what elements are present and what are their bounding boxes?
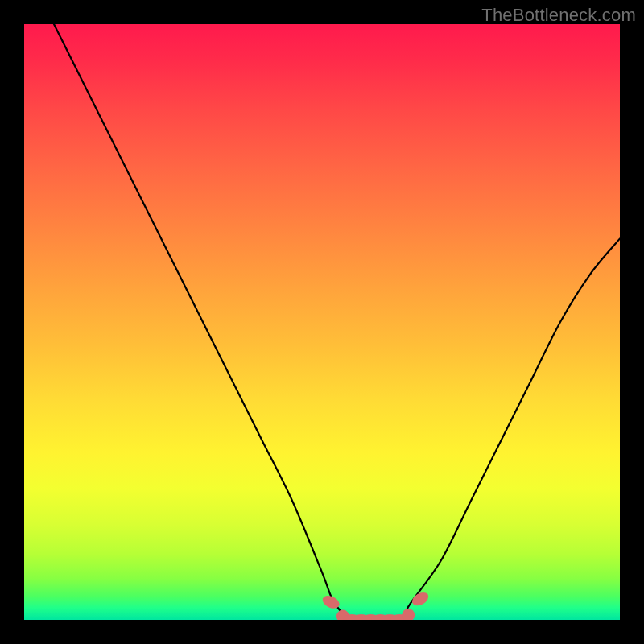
optimal-marker (402, 609, 415, 620)
plot-area (24, 24, 620, 620)
optimal-marker (410, 590, 431, 609)
bottleneck-curve (54, 24, 620, 620)
watermark-text: TheBottleneck.com (481, 5, 636, 26)
optimal-band-markers (320, 590, 431, 620)
curve-layer (24, 24, 620, 620)
chart-frame: TheBottleneck.com (0, 0, 644, 644)
